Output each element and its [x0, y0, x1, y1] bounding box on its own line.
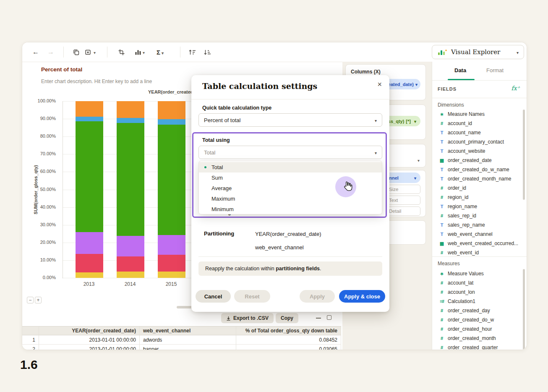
chevron-down-icon — [375, 117, 377, 123]
apply-and-close-button[interactable]: Apply & close — [339, 290, 385, 303]
field-order_created_date[interactable]: ▦order_created_date — [432, 156, 521, 165]
close-icon[interactable]: × — [377, 80, 382, 89]
cancel-button[interactable]: Cancel — [196, 290, 231, 303]
measures-scrollbar[interactable] — [523, 269, 525, 350]
marks-slot-text[interactable]: Text — [385, 196, 420, 205]
chart-type-button[interactable] — [135, 47, 145, 57]
bar-segment-purple[interactable] — [117, 236, 144, 257]
field-account_id[interactable]: #account_id — [432, 119, 521, 128]
bar-segment-blue[interactable] — [76, 117, 103, 121]
reset-button[interactable]: Reset — [234, 290, 270, 303]
aggregate-button[interactable]: Σ — [157, 47, 164, 57]
explorer-logo-icon — [437, 49, 447, 56]
bar-segment-purple[interactable] — [158, 235, 185, 255]
toolbar-divider — [107, 47, 107, 57]
add-calculation-icon[interactable]: fx⁺ — [511, 85, 520, 91]
field-order_created_month[interactable]: #order_created_month — [432, 334, 521, 343]
bar-segment-yellow[interactable] — [158, 272, 185, 278]
marks-slot-detail[interactable]: Detail — [385, 206, 420, 216]
marks-slot-size[interactable]: Size — [385, 185, 420, 194]
field-Calculation1[interactable]: =#Calculation1 — [432, 297, 521, 306]
field-order_created_do_w_name[interactable]: Torder_created_do_w_name — [432, 165, 521, 174]
sort-ascending-button[interactable] — [188, 47, 196, 57]
dropdown-option-maximum[interactable]: Maximum — [199, 193, 382, 204]
back-button[interactable]: ← — [32, 47, 39, 57]
field-account_lon[interactable]: #account_lon — [432, 287, 521, 297]
stacked-bar-2015[interactable] — [158, 101, 185, 278]
field-order_created_month_name[interactable]: Torder_created_month_name — [432, 174, 521, 183]
sort-descending-icon — [204, 49, 211, 55]
table-row[interactable]: 22013-01-01 00:00:00banner0.03065 — [22, 345, 341, 350]
field-Measure Names[interactable]: ∗Measure Names — [432, 110, 521, 119]
stacked-bar-2013[interactable] — [76, 101, 103, 278]
sort-descending-button[interactable] — [204, 47, 211, 57]
duplicate-remove-button[interactable] — [84, 47, 96, 57]
bar-segment-blue[interactable] — [158, 119, 185, 125]
bar-segment-yellow[interactable] — [117, 272, 144, 278]
dialog-title: Table calculation settings — [202, 81, 317, 91]
field-order_created_day[interactable]: #order_created_day — [432, 306, 521, 315]
field-web_event_id[interactable]: #web_event_id — [432, 248, 521, 256]
expand-icon[interactable] — [327, 315, 331, 320]
bar-segment-orange[interactable] — [117, 101, 144, 118]
table-row[interactable]: 12013-01-01 00:00:00adwords0.08452 — [22, 335, 341, 345]
tab-data[interactable]: Data — [454, 67, 466, 73]
toolbar-divider — [63, 47, 64, 57]
chart-title[interactable]: Percent of total — [41, 66, 82, 73]
collapse-icon[interactable] — [316, 318, 321, 319]
zoom-out-button[interactable]: − — [27, 297, 34, 303]
duplicate-button[interactable] — [73, 47, 80, 57]
toolbar-divider — [180, 47, 180, 57]
quick-calc-select[interactable]: Percent of total — [198, 113, 382, 127]
dropdown-option-total[interactable]: Total — [199, 162, 382, 172]
field-account_name[interactable]: Taccount_name — [432, 128, 521, 137]
field-label: account_website — [448, 148, 485, 154]
field-Measure Values[interactable]: ∗Measure Values — [432, 269, 521, 278]
chart-description-placeholder[interactable]: Enter chart description. Hit Enter key t… — [41, 78, 152, 84]
bar-segment-green[interactable] — [158, 125, 185, 235]
dimensions-scrollbar[interactable] — [523, 110, 525, 200]
crop-button[interactable] — [118, 47, 125, 57]
field-order_created_quarter[interactable]: #order_created_quarter — [432, 343, 521, 350]
apply-button[interactable]: Apply — [300, 290, 335, 303]
visual-explorer-menu-button[interactable]: Visual Explorer — [432, 45, 524, 59]
back-icon: ← — [32, 48, 39, 56]
field-order_created_hour[interactable]: #order_created_hour — [432, 324, 521, 334]
tab-format[interactable]: Format — [486, 67, 504, 73]
field-web_event_created_occurred...[interactable]: ▦web_event_created_occurred... — [432, 239, 521, 248]
field-account_website[interactable]: Taccount_website — [432, 146, 521, 156]
field-web_event_channel[interactable]: Tweb_event_channel — [432, 230, 521, 239]
copy-button[interactable]: Copy — [276, 313, 298, 323]
chevron-down-icon — [375, 149, 377, 156]
bar-segment-red[interactable] — [76, 254, 103, 272]
forward-button[interactable]: → — [47, 47, 54, 57]
field-type-number-icon: # — [439, 345, 445, 350]
export-csv-button[interactable]: Export to .CSV — [221, 313, 274, 323]
field-order_id[interactable]: #order_id — [432, 183, 521, 193]
stacked-bar-2014[interactable] — [117, 101, 144, 278]
field-account_primary_contact[interactable]: Taccount_primary_contact — [432, 137, 521, 146]
bar-segment-orange[interactable] — [76, 101, 103, 117]
bar-segment-orange[interactable] — [158, 101, 185, 119]
bar-segment-blue[interactable] — [117, 118, 144, 123]
chevron-down-icon[interactable] — [418, 156, 420, 164]
field-type-string-icon: T — [439, 167, 445, 172]
bar-segment-purple[interactable] — [76, 232, 103, 254]
quick-calc-label: Quick table calculation type — [202, 105, 271, 111]
field-sales_rep_name[interactable]: Tsales_rep_name — [432, 220, 521, 230]
sort-ascending-icon — [188, 49, 196, 55]
field-region_id[interactable]: #region_id — [432, 193, 521, 202]
field-account_lat[interactable]: #account_lat — [432, 278, 521, 287]
field-region_name[interactable]: Tregion_name — [432, 202, 521, 211]
total-using-select[interactable]: Total — [198, 146, 382, 159]
field-order_created_do_w[interactable]: #order_created_do_w — [432, 315, 521, 324]
bar-segment-red[interactable] — [117, 256, 144, 272]
y-axis-tick: 30.00% — [22, 222, 56, 227]
field-sales_rep_id[interactable]: #sales_rep_id — [432, 211, 521, 220]
dropdown-option-minimum[interactable]: Minimum — [199, 204, 382, 214]
zoom-in-button[interactable]: + — [35, 297, 42, 303]
bar-segment-green[interactable] — [76, 121, 103, 232]
bar-segment-green[interactable] — [117, 123, 144, 236]
bar-segment-yellow[interactable] — [76, 272, 103, 278]
bar-segment-red[interactable] — [158, 255, 185, 272]
